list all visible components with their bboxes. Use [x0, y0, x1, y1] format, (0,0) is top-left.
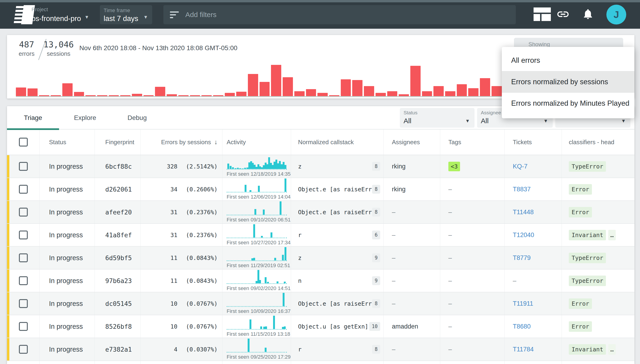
- row-tag[interactable]: <3: [448, 162, 460, 171]
- dashboard-layout-icon[interactable]: [534, 8, 551, 21]
- row-fingerprint[interactable]: 41a8fef: [105, 232, 132, 239]
- project-caret-down-icon[interactable]: ▼: [84, 14, 89, 20]
- table-row[interactable]: In progress8526bf810(0.0767%)First seen …: [7, 315, 634, 338]
- sparkline-bar: [250, 190, 252, 192]
- row-fingerprint[interactable]: 6d59bf5: [105, 254, 132, 262]
- row-checkbox[interactable]: [19, 208, 28, 216]
- row-tickets-cell: T11448: [504, 201, 562, 223]
- sparkline-bar: [270, 232, 272, 238]
- table-row[interactable]: In progressd26206134(0.2606%)First seen …: [7, 178, 634, 201]
- table-row[interactable]: In progressafeef2031(0.2376%)First seen …: [7, 201, 634, 224]
- row-classifier-cell: TypeError: [562, 155, 634, 178]
- row-fingerprint[interactable]: 6bcf88c: [105, 163, 132, 170]
- table-row[interactable]: In progressdc0514510(0.0767%)First seen …: [7, 292, 634, 315]
- row-ticket-link[interactable]: KQ-7: [513, 163, 528, 170]
- link-icon[interactable]: [556, 8, 570, 21]
- row-status-cell: In progress: [40, 178, 95, 200]
- row-fingerprint-cell: afeef20: [95, 201, 141, 223]
- row-status: In progress: [49, 254, 83, 262]
- row-checkbox[interactable]: [19, 276, 28, 285]
- row-fingerprint[interactable]: d262061: [105, 186, 132, 193]
- showing-menu-item[interactable]: Errors normalized by Minutes Played: [502, 93, 634, 114]
- column-header-errors-by-sessions[interactable]: Errors by sessions↓: [141, 130, 222, 155]
- table-row[interactable]: In progress97b6a2311(0.0843%)First seen …: [7, 270, 634, 292]
- sparkline-bar: [227, 164, 229, 169]
- sparkline-bar: [253, 258, 255, 260]
- column-header-tags[interactable]: Tags: [440, 130, 504, 155]
- row-checkbox[interactable]: [19, 345, 28, 354]
- row-checkbox[interactable]: [19, 162, 28, 171]
- row-fingerprint[interactable]: e7382a1: [105, 346, 132, 353]
- table-row[interactable]: In progress41a8fef31(0.2376%)First seen …: [7, 224, 634, 247]
- row-checkbox-cell: [7, 270, 40, 292]
- row-callstack[interactable]: z: [298, 254, 372, 261]
- row-ticket-link[interactable]: T11911: [513, 300, 533, 307]
- date-range: Nov 6th 2020 18:08 - Nov 13th 2020 18:08…: [79, 44, 237, 52]
- column-header-checkbox[interactable]: [7, 130, 40, 155]
- row-fingerprint[interactable]: 8526bf8: [105, 323, 132, 330]
- row-checkbox[interactable]: [19, 322, 28, 331]
- row-checkbox[interactable]: [19, 254, 28, 262]
- histogram-bar: [109, 95, 119, 96]
- histogram-bar: [318, 93, 328, 96]
- tab-debug[interactable]: Debug: [111, 106, 163, 130]
- row-callstack-cell: Object.e [as raiseErro…8: [291, 178, 384, 200]
- project-selector[interactable]: Project bs-frontend-pro: [32, 6, 81, 23]
- row-classifier: TypeError: [569, 253, 606, 263]
- filter-select-status[interactable]: StatusAll▼: [400, 108, 474, 128]
- column-header-assignees[interactable]: Assignees: [384, 130, 440, 155]
- row-ticket-link[interactable]: T11448: [513, 208, 534, 216]
- row-checkbox[interactable]: [19, 230, 28, 240]
- row-callstack[interactable]: Object.u [as getExn]: [298, 323, 369, 330]
- row-tickets-cell: T11911: [504, 292, 562, 315]
- row-callstack[interactable]: Object.e [as raiseErro…: [298, 300, 372, 307]
- column-header-normalized-callstack[interactable]: Normalized callstack: [291, 130, 384, 155]
- timeframe-selector[interactable]: Time frame last 7 days ▼: [100, 5, 152, 24]
- row-ticket-link[interactable]: T11784: [513, 346, 534, 353]
- row-callstack[interactable]: r: [298, 232, 372, 238]
- row-checkbox[interactable]: [19, 185, 28, 194]
- row-ticket-link[interactable]: T8779: [513, 254, 531, 262]
- column-header-status[interactable]: Status: [40, 130, 95, 155]
- column-header-classifiers-head[interactable]: classifiers - head: [562, 130, 634, 155]
- add-filters-input[interactable]: Add filters: [164, 5, 516, 24]
- column-header-tickets[interactable]: Tickets: [504, 130, 562, 155]
- row-classifier: Invariant: [569, 344, 606, 355]
- row-activity-cell: First seen 09/10/2020 06:51: [222, 201, 291, 223]
- showing-menu-item[interactable]: All errors: [502, 50, 634, 71]
- sort-desc-icon[interactable]: ↓: [214, 138, 218, 146]
- filter-select-value: All: [404, 117, 471, 125]
- row-first-seen: First seen 11/15/2019 13:18: [227, 331, 290, 337]
- row-callstack[interactable]: Object.e [as raiseErro…: [298, 209, 372, 216]
- row-ticket-link[interactable]: T12040: [513, 232, 534, 239]
- row-classifier: Error: [569, 298, 592, 309]
- activity-sparkline: [227, 201, 287, 215]
- histogram-bar: [294, 91, 304, 96]
- notifications-bell-icon[interactable]: [582, 7, 594, 21]
- select-all-checkbox[interactable]: [19, 138, 28, 146]
- row-fingerprint[interactable]: dc05145: [105, 300, 132, 307]
- row-fingerprint[interactable]: afeef20: [105, 208, 132, 216]
- tab-explore[interactable]: Explore: [59, 106, 111, 130]
- tab-triage[interactable]: Triage: [7, 106, 59, 130]
- row-checkbox[interactable]: [19, 299, 28, 308]
- row-status-cell: In progress: [40, 315, 95, 338]
- row-callstack[interactable]: n: [298, 278, 372, 284]
- showing-menu-item[interactable]: Errors normalized by sessions: [502, 71, 634, 93]
- row-error-count: 11: [170, 278, 178, 284]
- column-header-activity[interactable]: Activity: [222, 130, 291, 155]
- row-callstack[interactable]: r: [298, 346, 372, 353]
- app-logo[interactable]: [14, 5, 34, 24]
- column-header-fingerprint[interactable]: Fingerprint: [95, 130, 141, 155]
- table-row[interactable]: In progresse7382a14(0.0307%)First seen 0…: [7, 338, 634, 361]
- row-callstack[interactable]: Object.e [as raiseErro…: [298, 186, 372, 193]
- user-avatar[interactable]: J: [606, 5, 626, 24]
- row-fingerprint[interactable]: 97b6a23: [105, 277, 132, 284]
- table-row[interactable]: In progress6d59bf511(0.0843%)First seen …: [7, 247, 634, 270]
- row-ticket-link[interactable]: T8680: [513, 323, 531, 330]
- table-row[interactable]: In progress6bcf88c328(2.5142%)First seen…: [7, 155, 634, 178]
- row-callstack[interactable]: z: [298, 163, 372, 170]
- sparkline-bar: [234, 168, 236, 169]
- activity-sparkline: [227, 224, 287, 238]
- row-ticket-link[interactable]: T8837: [513, 186, 531, 193]
